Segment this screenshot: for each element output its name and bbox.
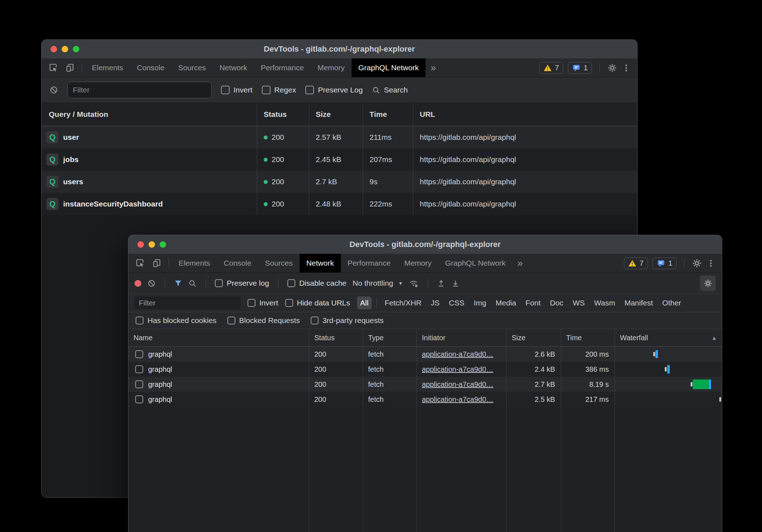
table-row[interactable]: Q users 200 2.7 kB 9s https://gitlab.com…: [42, 171, 637, 193]
checkbox[interactable]: [262, 86, 271, 94]
col-type[interactable]: Type: [363, 329, 417, 346]
table-row[interactable]: graphql 200 fetch application-a7ca9d0… 2…: [128, 392, 722, 407]
checkbox[interactable]: [248, 299, 255, 307]
checkbox[interactable]: [305, 86, 314, 94]
tab-sources[interactable]: Sources: [258, 254, 300, 272]
col-status[interactable]: Status: [257, 103, 309, 126]
search-control[interactable]: Search: [372, 86, 408, 94]
tab-graphql-network[interactable]: GraphQL Network: [352, 58, 425, 77]
table-row[interactable]: graphql 200 fetch application-a7ca9d0… 2…: [128, 347, 722, 362]
tab-network[interactable]: Network: [300, 254, 341, 272]
throttling-dropdown[interactable]: No throttling ▼: [353, 279, 403, 288]
checkbox[interactable]: [285, 299, 293, 307]
messages-badge[interactable]: 1: [653, 257, 677, 269]
record-button[interactable]: [135, 280, 141, 287]
preserve-log-checkbox[interactable]: Preserve Log: [305, 86, 363, 94]
invert-checkbox[interactable]: Invert: [248, 299, 278, 307]
filter-chip-fetch-xhr[interactable]: Fetch/XHR: [381, 296, 425, 309]
initiator-link[interactable]: application-a7ca9d0…: [422, 365, 493, 374]
col-query-mutation[interactable]: Query / Mutation: [42, 103, 257, 126]
settings-gear-icon[interactable]: [607, 63, 617, 73]
initiator-link[interactable]: application-a7ca9d0…: [422, 395, 493, 404]
col-url[interactable]: URL: [413, 103, 637, 126]
col-status[interactable]: Status: [309, 329, 363, 346]
tab-memory[interactable]: Memory: [311, 58, 352, 77]
tab-performance[interactable]: Performance: [254, 58, 311, 77]
regex-checkbox[interactable]: Regex: [262, 86, 296, 94]
filter-chip-other[interactable]: Other: [659, 296, 685, 309]
zoom-button[interactable]: [160, 241, 166, 248]
filter-chip-css[interactable]: CSS: [446, 296, 467, 309]
filter-chip-js[interactable]: JS: [428, 296, 443, 309]
row-checkbox[interactable]: [135, 380, 143, 388]
hide-data-urls-checkbox[interactable]: Hide data URLs: [285, 299, 350, 307]
zoom-button[interactable]: [73, 46, 79, 52]
filter-funnel-icon[interactable]: [174, 279, 182, 288]
preserve-log-checkbox[interactable]: Preserve log: [215, 279, 269, 288]
checkbox[interactable]: [136, 317, 144, 324]
device-toolbar-icon[interactable]: [152, 258, 161, 268]
tab-network[interactable]: Network: [213, 58, 254, 77]
tab-graphql-network[interactable]: GraphQL Network: [438, 254, 512, 272]
checkbox[interactable]: [215, 279, 223, 287]
col-time[interactable]: Time: [363, 103, 413, 126]
tab-performance[interactable]: Performance: [341, 254, 398, 272]
blocked-requests-checkbox[interactable]: Blocked Requests: [227, 316, 300, 325]
table-row[interactable]: graphql 200 fetch application-a7ca9d0… 2…: [128, 362, 722, 377]
col-size[interactable]: Size: [309, 103, 363, 126]
clear-icon[interactable]: [147, 279, 156, 288]
table-row[interactable]: Q instanceSecurityDashboard 200 2.48 kB …: [42, 193, 637, 215]
checkbox[interactable]: [221, 86, 230, 94]
initiator-link[interactable]: application-a7ca9d0…: [422, 380, 493, 389]
more-tabs-icon[interactable]: »: [512, 254, 528, 272]
tab-elements[interactable]: Elements: [172, 254, 217, 272]
kebab-menu-icon[interactable]: [706, 259, 715, 268]
messages-badge[interactable]: 1: [568, 62, 592, 74]
disable-cache-checkbox[interactable]: Disable cache: [287, 279, 347, 288]
tab-console[interactable]: Console: [130, 58, 171, 77]
inspect-icon[interactable]: [49, 63, 58, 72]
filter-chip-wasm[interactable]: Wasm: [591, 296, 618, 309]
titlebar[interactable]: DevTools - gitlab.com/-/graphql-explorer: [128, 235, 722, 254]
warnings-badge[interactable]: 7: [539, 62, 563, 74]
tab-sources[interactable]: Sources: [171, 58, 213, 77]
has-blocked-cookies-checkbox[interactable]: Has blocked cookies: [136, 316, 217, 325]
col-time[interactable]: Time: [561, 329, 615, 346]
export-har-icon[interactable]: [451, 279, 460, 288]
titlebar[interactable]: DevTools - gitlab.com/-/graphql-explorer: [42, 40, 637, 58]
clear-icon[interactable]: [50, 86, 58, 94]
close-button[interactable]: [51, 46, 57, 52]
tab-elements[interactable]: Elements: [85, 58, 130, 77]
row-checkbox[interactable]: [135, 365, 143, 373]
table-row[interactable]: Q jobs 200 2.45 kB 207ms https://gitlab.…: [42, 148, 637, 171]
checkbox[interactable]: [287, 279, 295, 287]
filter-input[interactable]: [67, 82, 212, 98]
table-row[interactable]: graphql 200 fetch application-a7ca9d0… 2…: [128, 377, 722, 392]
more-tabs-icon[interactable]: »: [425, 58, 441, 77]
invert-checkbox[interactable]: Invert: [221, 86, 253, 94]
minimize-button[interactable]: [62, 46, 68, 52]
network-conditions-icon[interactable]: [409, 279, 419, 288]
table-row[interactable]: Q user 200 2.57 kB 211ms https://gitlab.…: [42, 126, 637, 148]
minimize-button[interactable]: [149, 241, 155, 248]
warnings-badge[interactable]: 7: [624, 257, 648, 269]
col-size[interactable]: Size: [506, 329, 561, 346]
filter-chip-manifest[interactable]: Manifest: [621, 296, 656, 309]
checkbox[interactable]: [311, 317, 319, 324]
search-icon[interactable]: [188, 279, 197, 288]
filter-chip-doc[interactable]: Doc: [547, 296, 566, 309]
col-initiator[interactable]: Initiator: [417, 329, 506, 346]
third-party-requests-checkbox[interactable]: 3rd-party requests: [311, 316, 384, 325]
filter-chip-img[interactable]: Img: [471, 296, 490, 309]
filter-chip-ws[interactable]: WS: [569, 296, 588, 309]
col-waterfall[interactable]: Waterfall ▲: [615, 329, 722, 346]
initiator-link[interactable]: application-a7ca9d0…: [422, 350, 493, 358]
row-checkbox[interactable]: [135, 395, 143, 403]
sort-asc-icon[interactable]: ▲: [711, 335, 717, 341]
filter-chip-media[interactable]: Media: [493, 296, 519, 309]
import-har-icon[interactable]: [437, 279, 445, 288]
row-checkbox[interactable]: [135, 350, 143, 358]
tab-memory[interactable]: Memory: [398, 254, 438, 272]
filter-chip-font[interactable]: Font: [522, 296, 544, 309]
device-toolbar-icon[interactable]: [65, 63, 75, 72]
